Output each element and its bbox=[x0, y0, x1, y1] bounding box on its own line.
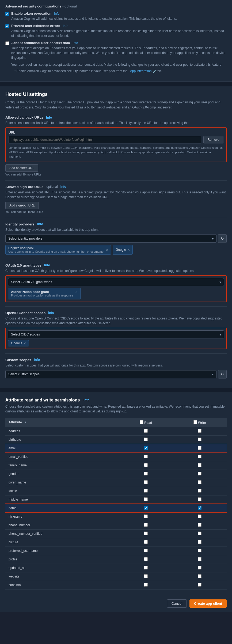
attr-write-cell bbox=[173, 478, 227, 487]
attr-col-attribute: Attribute ▲ bbox=[5, 418, 119, 427]
identity-providers-group: Identity providers Info Select the ident… bbox=[5, 222, 227, 255]
accept-context-info-link[interactable]: Info bbox=[73, 41, 78, 45]
callback-urls-desc: Enter at least one callback URL to redir… bbox=[5, 120, 227, 125]
advanced-title: Advanced security configurations - optio… bbox=[5, 4, 227, 8]
cognito-tag-desc: Users can sign in to Cognito using an em… bbox=[8, 250, 104, 253]
attr-read-checkbox[interactable] bbox=[144, 540, 148, 544]
create-app-client-button[interactable]: Create app client bbox=[189, 599, 227, 608]
attr-write-cell bbox=[173, 452, 227, 461]
attr-permissions-info-link[interactable]: Info bbox=[83, 398, 89, 402]
attr-read-checkbox[interactable] bbox=[144, 463, 148, 467]
oauth-grant-select-wrapper: Select OAuth 2.0 grant types bbox=[8, 278, 224, 286]
attr-read-checkbox[interactable] bbox=[144, 514, 148, 518]
attr-write-cell bbox=[173, 529, 227, 538]
callback-urls-info-link[interactable]: Info bbox=[46, 116, 52, 119]
attr-read-checkbox[interactable] bbox=[144, 489, 148, 493]
attr-write-checkbox[interactable] bbox=[198, 557, 201, 561]
prevent-user-info-link[interactable]: Info bbox=[63, 24, 68, 28]
attr-write-checkbox[interactable] bbox=[198, 429, 201, 433]
attr-write-checkbox[interactable] bbox=[198, 463, 201, 467]
attr-read-checkbox[interactable] bbox=[144, 472, 148, 475]
attr-write-checkbox[interactable] bbox=[198, 574, 201, 578]
attr-name-cell: gender bbox=[5, 470, 119, 478]
attr-read-checkbox[interactable] bbox=[144, 557, 148, 561]
attr-read-checkbox[interactable] bbox=[144, 497, 148, 501]
google-tag-close[interactable]: × bbox=[128, 248, 130, 252]
table-row: picture bbox=[5, 538, 227, 547]
attr-write-checkbox[interactable] bbox=[198, 506, 201, 510]
remove-url-button[interactable]: Remove bbox=[203, 136, 223, 143]
sort-arrow-icon: ▲ bbox=[24, 420, 27, 424]
attr-write-checkbox[interactable] bbox=[198, 540, 201, 544]
attr-name-cell: middle_name bbox=[5, 495, 119, 504]
add-url-button[interactable]: Add another URL bbox=[5, 164, 38, 172]
table-row: preferred_username bbox=[5, 547, 227, 555]
attr-read-checkbox[interactable] bbox=[144, 583, 148, 587]
attr-write-checkbox[interactable] bbox=[198, 549, 201, 552]
attr-read-checkbox[interactable] bbox=[144, 532, 148, 535]
auth-code-grant-title: Authorization code grant bbox=[11, 290, 73, 294]
attr-read-checkbox[interactable] bbox=[144, 549, 148, 552]
identity-providers-refresh-button[interactable]: ↻ bbox=[218, 234, 227, 243]
attr-write-checkbox[interactable] bbox=[198, 566, 201, 569]
oidc-dropdown[interactable]: Select OIDC scopes bbox=[8, 330, 224, 338]
identity-providers-dropdown[interactable]: Select identity providers bbox=[5, 235, 216, 243]
attr-read-checkbox[interactable] bbox=[144, 480, 148, 484]
attr-read-checkbox[interactable] bbox=[144, 574, 148, 578]
attr-read-checkbox[interactable] bbox=[144, 523, 148, 527]
oauth-grant-dropdown[interactable]: Select OAuth 2.0 grant types bbox=[8, 278, 224, 286]
oauth-grant-info-link[interactable]: Info bbox=[44, 263, 50, 267]
url-sublabel: URL bbox=[9, 131, 223, 134]
custom-scopes-info-link[interactable]: Info bbox=[34, 358, 40, 362]
attr-name-cell: updated_at bbox=[5, 564, 119, 572]
attr-read-checkbox[interactable] bbox=[144, 438, 148, 441]
signout-helper: You can add 100 more URLs bbox=[5, 210, 227, 213]
attr-read-checkbox[interactable] bbox=[144, 429, 148, 433]
signout-info-link[interactable]: Info bbox=[60, 185, 66, 189]
attr-read-checkbox[interactable] bbox=[144, 566, 148, 569]
accept-context-checkbox[interactable] bbox=[5, 41, 9, 45]
attr-read-cell bbox=[119, 461, 173, 470]
write-all-checkbox[interactable] bbox=[193, 420, 197, 424]
attr-read-checkbox[interactable] bbox=[144, 446, 148, 450]
auth-code-grant-close[interactable]: × bbox=[75, 290, 77, 294]
attr-read-cell bbox=[119, 427, 173, 435]
attr-read-checkbox[interactable] bbox=[144, 506, 148, 510]
attr-write-checkbox[interactable] bbox=[198, 480, 201, 484]
attr-read-cell bbox=[119, 564, 173, 572]
oauth-grant-desc: Choose at least one OAuth grant type to … bbox=[5, 268, 227, 273]
custom-scopes-refresh-button[interactable]: ↻ bbox=[218, 370, 227, 378]
attr-write-checkbox[interactable] bbox=[198, 438, 201, 441]
google-tag-name: Google bbox=[116, 248, 126, 252]
attr-write-cell bbox=[173, 555, 227, 564]
attr-table-head: Attribute ▲ Read Write bbox=[5, 418, 227, 427]
cognito-tag-close[interactable]: × bbox=[106, 248, 108, 252]
attr-write-checkbox[interactable] bbox=[198, 497, 201, 501]
signout-label-text: Allowed sign-out URLs bbox=[5, 185, 43, 189]
enable-token-info-link[interactable]: Info bbox=[54, 12, 59, 15]
attr-write-checkbox[interactable] bbox=[198, 489, 201, 493]
attr-write-checkbox[interactable] bbox=[198, 523, 201, 527]
attr-write-checkbox[interactable] bbox=[198, 455, 201, 458]
custom-scopes-desc: Select custom scopes that you will autho… bbox=[5, 363, 227, 368]
identity-providers-info-link[interactable]: Info bbox=[37, 222, 43, 226]
custom-scopes-dropdown[interactable]: Select custom scopes bbox=[5, 370, 216, 378]
openid-tag-close[interactable]: × bbox=[24, 341, 26, 345]
cancel-button[interactable]: Cancel bbox=[167, 599, 187, 608]
enable-token-checkbox[interactable] bbox=[5, 12, 9, 16]
app-integration-link[interactable]: App integration bbox=[130, 69, 152, 73]
oidc-scopes-label: OpenID Connect scopes Info bbox=[5, 311, 227, 315]
attr-write-checkbox[interactable] bbox=[198, 532, 201, 535]
add-signout-url-button[interactable]: Add sign-out URL bbox=[5, 202, 39, 209]
oidc-scopes-info-link[interactable]: Info bbox=[48, 311, 54, 315]
attr-read-checkbox[interactable] bbox=[144, 455, 148, 458]
attr-write-checkbox[interactable] bbox=[198, 583, 201, 587]
oauth-grant-label: OAuth 2.0 grant types Info bbox=[5, 263, 227, 267]
read-all-checkbox[interactable] bbox=[140, 420, 143, 424]
attr-write-checkbox[interactable] bbox=[198, 514, 201, 518]
prevent-user-checkbox[interactable] bbox=[5, 24, 9, 28]
url-input[interactable] bbox=[9, 136, 201, 143]
divider-2 bbox=[5, 218, 227, 218]
attr-write-checkbox[interactable] bbox=[198, 446, 201, 450]
attr-write-checkbox[interactable] bbox=[198, 472, 201, 475]
